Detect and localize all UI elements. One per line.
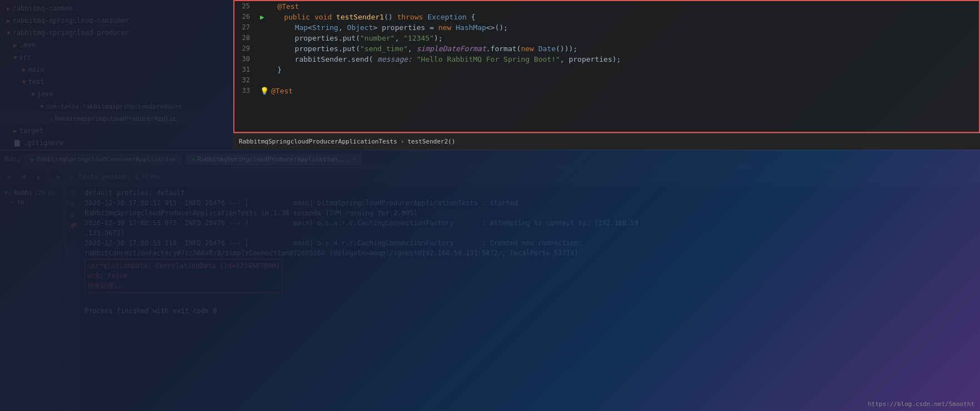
code-line-31: } bbox=[260, 65, 976, 75]
code-line-32 bbox=[260, 75, 976, 86]
main-layout: ▶ rabbitmq-common ▶ rabbitmq-springcloud… bbox=[0, 0, 980, 411]
code-line-30: rabbitSender.send( message: "Hello Rabbi… bbox=[260, 54, 976, 65]
code-line-26: ▶ public void testSender1() throws Excep… bbox=[260, 12, 976, 22]
code-line-29: properties.put("send_time", simpleDateFo… bbox=[260, 43, 976, 54]
bulb-icon: 💡 bbox=[260, 86, 269, 96]
watermark: https://blog.csdn.net/Smootht bbox=[868, 400, 974, 408]
code-editor[interactable]: 25 26 27 28 29 30 31 32 33 @Test ▶ publi… bbox=[233, 0, 980, 150]
code-line-28: properties.put("number", "12345"); bbox=[260, 33, 976, 43]
code-line-25: @Test bbox=[260, 1, 976, 12]
code-content: @Test ▶ public void testSender1() throws… bbox=[256, 0, 980, 150]
code-line-27: Map<String, Object> properties = new Has… bbox=[260, 22, 976, 33]
line-numbers: 25 26 27 28 29 30 31 32 33 bbox=[233, 0, 253, 96]
breadcrumb-bar: RabbitmqSpringcloudProducerApplicationTe… bbox=[233, 133, 980, 150]
run-gutter-icon[interactable]: ▶ bbox=[260, 12, 264, 22]
breadcrumb-item2[interactable]: testSender2() bbox=[407, 138, 455, 145]
code-line-33: 💡 @Test bbox=[260, 86, 976, 96]
breadcrumb-separator: › bbox=[401, 138, 404, 145]
breadcrumb-item1[interactable]: RabbitmqSpringcloudProducerApplicationTe… bbox=[239, 138, 397, 145]
